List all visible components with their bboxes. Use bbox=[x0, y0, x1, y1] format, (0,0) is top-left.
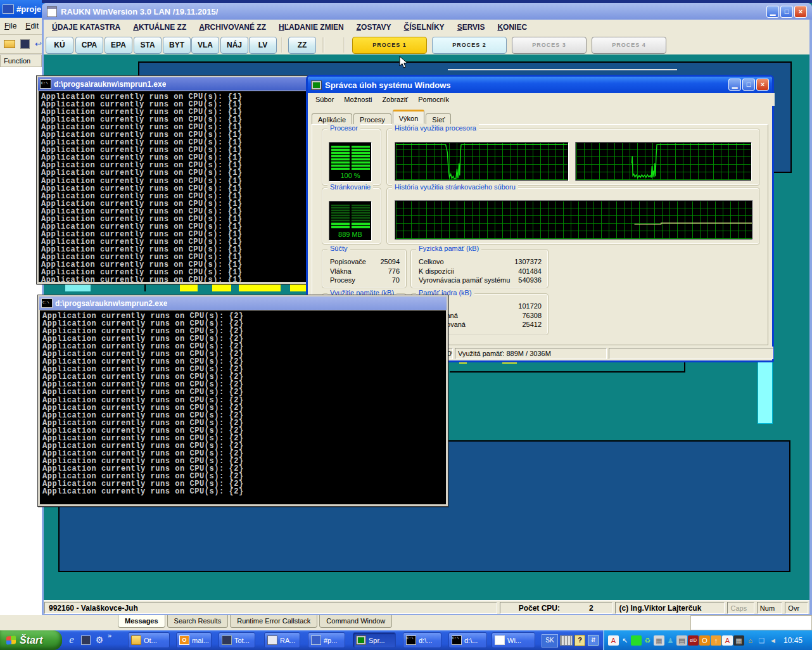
status-num: Num bbox=[757, 602, 782, 614]
tm-menu-1[interactable]: Možnosti bbox=[339, 94, 377, 105]
smartcard-icon[interactable]: ▦ bbox=[654, 635, 664, 646]
taskbar-button-label: Spr... bbox=[369, 637, 385, 644]
network-icon[interactable]: ❏ bbox=[756, 635, 767, 646]
taskbar-button-3[interactable]: RA... bbox=[264, 632, 300, 648]
toolbar-button-lv[interactable]: LV bbox=[249, 37, 277, 54]
orange-o-icon[interactable]: O bbox=[699, 635, 710, 646]
proces-button-4[interactable]: PROCES 4 bbox=[592, 37, 666, 54]
toolbar-button-kú[interactable]: KÚ bbox=[46, 37, 73, 54]
toolbar-button-náj[interactable]: NÁJ bbox=[220, 37, 248, 54]
recycle-icon[interactable]: ♻ bbox=[642, 635, 653, 646]
group-totals-label: Súčty bbox=[327, 245, 350, 252]
chevron-more-icon[interactable]: » bbox=[108, 632, 111, 647]
raukn-title: RAUKN WinVersion 3.0 LAN /19.11.2015/ bbox=[61, 7, 218, 16]
raukn-menu-7[interactable]: KONIEC bbox=[491, 20, 533, 34]
eid-icon[interactable]: eID bbox=[688, 635, 699, 646]
usb-device-icon[interactable]: ♟ bbox=[665, 635, 676, 646]
status-ovr: Ovr bbox=[785, 602, 808, 614]
toolbar-button-vla[interactable]: VLA bbox=[191, 37, 219, 54]
taskbar-button-4[interactable]: #p... bbox=[308, 632, 345, 648]
raukn-menu-2[interactable]: ARCHIVOVANÉ ZZ bbox=[193, 20, 272, 34]
ic-taskmgr bbox=[356, 635, 366, 645]
help-icon[interactable]: ? bbox=[574, 635, 585, 646]
tm-menu-0[interactable]: Súbor bbox=[310, 94, 339, 105]
proces-button-2[interactable]: PROCES 2 bbox=[432, 37, 507, 54]
ide-tab-messages[interactable]: Messages bbox=[118, 615, 165, 628]
taskbar-button-2[interactable]: Tot... bbox=[219, 632, 255, 648]
tm-menu-3[interactable]: Pomocník bbox=[413, 94, 454, 105]
raukn-menu-4[interactable]: ZOSTAVY bbox=[350, 20, 398, 34]
taskbar-button-1[interactable]: Omai... bbox=[176, 632, 212, 648]
stat-value: 76308 bbox=[522, 312, 542, 321]
console2-window: C:\ d:\progsa\rauknw\smprun2.exe Applica… bbox=[37, 295, 448, 507]
ide-tab-runtime-error-callstack[interactable]: Runtime Error Callstack bbox=[230, 615, 317, 628]
volume-icon[interactable]: ◄ bbox=[768, 635, 778, 646]
open-icon[interactable] bbox=[4, 40, 15, 48]
start-button[interactable]: Štart bbox=[0, 630, 62, 650]
pdf-icon[interactable]: A bbox=[608, 635, 619, 646]
gold-lock-icon[interactable]: ⌂ bbox=[745, 635, 756, 646]
taskbar-button-6[interactable]: C:\d:\... bbox=[403, 632, 441, 648]
ide-tab-search-results[interactable]: Search Results bbox=[167, 615, 229, 628]
tm-menu-2[interactable]: Zobraziť bbox=[377, 94, 413, 105]
minimize-button[interactable]: ▁ bbox=[766, 6, 779, 18]
pdf2-icon[interactable]: A bbox=[722, 635, 733, 646]
green-status-icon[interactable] bbox=[631, 635, 642, 646]
raukn-app-icon bbox=[47, 6, 57, 17]
system-tray: A↖♻▦♟▤eIDO↑A▦⌂❏◄ 10:45 bbox=[603, 630, 812, 650]
toolbar-button-byt[interactable]: BYT bbox=[163, 37, 191, 54]
toolbar-button-epa[interactable]: EPA bbox=[105, 37, 132, 54]
quick-launch: e ⚙ » bbox=[66, 633, 111, 647]
maximize-button[interactable]: □ bbox=[780, 6, 793, 18]
keyboard-icon[interactable] bbox=[560, 635, 573, 646]
close-button[interactable]: × bbox=[794, 6, 807, 18]
language-bar[interactable]: SK bbox=[542, 634, 558, 647]
proces-button-3[interactable]: PROCES 3 bbox=[512, 37, 587, 54]
undo-icon[interactable]: ↩ bbox=[35, 39, 42, 49]
cursor-icon[interactable]: ↖ bbox=[619, 635, 630, 646]
console1-titlebar[interactable]: C:\ d:\progsa\rauknw\smprun1.exe bbox=[38, 77, 312, 91]
gear-icon[interactable]: ⚙ bbox=[94, 633, 105, 647]
ic-console: C:\ bbox=[452, 635, 462, 645]
raukn-menu-5[interactable]: ČÍSELNÍKY bbox=[398, 20, 451, 34]
desktop-toggle-icon[interactable]: ⇵ bbox=[588, 635, 599, 646]
stat-row: K dispozícii401484 bbox=[411, 267, 548, 276]
printer-icon[interactable]: ▤ bbox=[676, 635, 687, 646]
raukn-menu-3[interactable]: HĽADANIE ZMIEN bbox=[272, 20, 350, 34]
console1-title: d:\progsa\rauknw\smprun1.exe bbox=[54, 80, 166, 89]
raukn-menu-1[interactable]: AKTUÁLNE ZZ bbox=[127, 20, 193, 34]
taskbar-button-5[interactable]: Spr... bbox=[353, 632, 396, 648]
proces-button-1[interactable]: PROCES 1 bbox=[352, 37, 427, 54]
ie-icon[interactable]: e bbox=[66, 633, 77, 647]
toolbar-button-cpa[interactable]: CPA bbox=[75, 37, 103, 54]
tab-aplikácie[interactable]: Aplikácie bbox=[312, 113, 352, 125]
raukn-titlebar[interactable]: RAUKN WinVersion 3.0 LAN /19.11.2015/ ▁ … bbox=[42, 3, 812, 20]
disk-icon[interactable] bbox=[80, 633, 91, 647]
console2-titlebar[interactable]: C:\ d:\progsa\rauknw\smprun2.exe bbox=[39, 296, 447, 310]
tab-výkon[interactable]: Výkon bbox=[393, 110, 425, 124]
tab-sieť[interactable]: Sieť bbox=[426, 113, 451, 125]
taskbar-button-0[interactable]: Ot... bbox=[128, 632, 170, 648]
toolbar-separator bbox=[281, 37, 283, 53]
taskbar-button-8[interactable]: Wi... bbox=[492, 632, 535, 648]
taskmgr-titlebar[interactable]: Správca úloh systému Windows ▁ □ × bbox=[308, 77, 772, 93]
toolbar-button-zz[interactable]: ZZ bbox=[288, 37, 316, 54]
taskbar-button-7[interactable]: C:\d:\... bbox=[448, 632, 487, 648]
ide-menu-0[interactable]: File bbox=[0, 20, 21, 32]
stat-row: Procesy70 bbox=[322, 276, 406, 285]
raukn-menu-0[interactable]: ÚDAJE KATASTRA bbox=[46, 20, 127, 34]
ide-menu-1[interactable]: Edit bbox=[21, 20, 42, 32]
tm-close-button[interactable]: × bbox=[756, 79, 769, 91]
raukn-menu-6[interactable]: SERVIS bbox=[451, 20, 492, 34]
chip-icon[interactable]: ▦ bbox=[733, 635, 744, 646]
console1-output: Application currently runs on CPU(s): {1… bbox=[39, 91, 311, 282]
upload-icon[interactable]: ↑ bbox=[711, 635, 721, 646]
save-icon[interactable] bbox=[20, 39, 30, 49]
tm-minimize-button[interactable]: ▁ bbox=[728, 79, 741, 91]
tm-maximize-button[interactable]: □ bbox=[742, 79, 755, 91]
ide-tab-command-window[interactable]: Command Window bbox=[319, 615, 392, 628]
ide-titlebar[interactable]: #proje bbox=[0, 0, 44, 18]
group-totals-rows: Popisovače25094Vlákna776Procesy70 bbox=[322, 250, 406, 285]
tab-procesy[interactable]: Procesy bbox=[353, 113, 391, 125]
toolbar-button-sta[interactable]: STA bbox=[134, 37, 162, 54]
